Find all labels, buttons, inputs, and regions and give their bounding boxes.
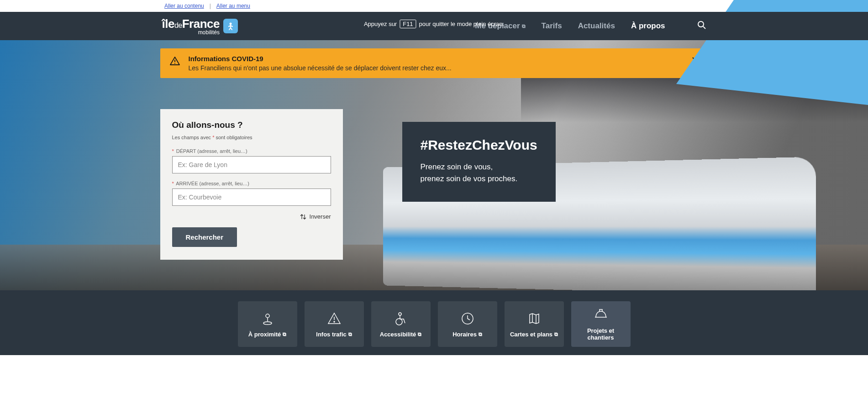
svg-point-4 [174,63,175,64]
depart-input[interactable] [172,156,331,173]
search-icon [697,21,706,30]
search-submit-button[interactable]: Rechercher [172,227,237,247]
logo[interactable]: îledeFrance mobilités [162,17,238,36]
tile-proximite[interactable]: À proximité⧉ [238,301,297,347]
location-pin-icon [260,311,275,326]
hero-message-sub: Prenez soin de vous, prenez soin de vos … [421,161,537,184]
quick-access-section: À proximité⧉ Infos trafic⧉ Accessibilité… [0,290,868,355]
tile-projets-chantiers[interactable]: Projets et chantiers [571,301,631,347]
tile-label: À proximité [248,331,281,338]
external-link-icon: ⧉ [479,331,482,337]
tile-infos-trafic[interactable]: Infos trafic⧉ [305,301,364,347]
warning-icon [169,56,180,68]
inverse-label: Inverser [310,213,331,220]
hero-msg-line2: prenez soin de vos proches. [421,173,537,185]
alert-body: Informations COVID-19 Les Franciliens qu… [189,55,683,72]
tile-label: Horaires [452,331,477,338]
nav-actualites[interactable]: Actualités [578,21,615,31]
skip-to-menu[interactable]: Aller au menu [216,3,250,9]
arrivee-label: * ARRIVÉE (adresse, arrêt, lieu…) [172,181,331,186]
fullscreen-notice: Appuyez sur F11 pour quitter le mode ple… [364,20,504,28]
search-title: Où allons-nous ? [172,120,331,130]
journey-search-panel: Où allons-nous ? Les champs avec * sont … [160,109,343,260]
depart-label: * DÉPART (adresse, arrêt, lieu…) [172,148,331,154]
tile-label: Accessibilité [380,331,416,338]
req-post: sont obligatoires [214,135,252,140]
covid-alert[interactable]: Informations COVID-19 Les Franciliens qu… [160,48,708,78]
fullscreen-key: F11 [400,20,416,28]
required-note: Les champs avec * sont obligatoires [172,135,331,140]
hardhat-icon [593,307,609,323]
warning-icon [326,311,342,326]
inverse-button[interactable]: Inverser [172,213,331,220]
skip-to-content[interactable]: Aller au contenu [164,3,204,9]
main-nav: Me déplacer ⧉ Tarifs Actualités À propos [475,21,706,31]
external-link-icon: ⧉ [522,23,526,29]
req-pre: Les champs avec [172,135,213,140]
separator: | [210,3,211,9]
nav-tarifs[interactable]: Tarifs [542,21,562,31]
tile-label: Projets et chantiers [575,327,627,341]
search-button[interactable] [697,21,706,31]
map-icon [526,311,542,326]
svg-point-9 [399,313,401,315]
tile-horaires[interactable]: Horaires⧉ [438,301,497,347]
swap-icon [300,214,307,220]
logo-badge-icon [223,19,238,33]
hero-msg-line1: Prenez soin de vous, [421,161,537,173]
svg-point-5 [266,314,269,318]
clock-icon [460,311,475,326]
external-link-icon: ⧉ [554,331,558,337]
logo-text: îledeFrance [162,17,220,31]
tile-label: Cartes et plans [510,331,552,338]
svg-point-8 [334,321,335,322]
arrivee-label-text: ARRIVÉE (adresse, arrêt, lieu…) [176,181,249,186]
external-link-icon: ⧉ [348,331,352,337]
svg-point-10 [396,319,402,325]
fullscreen-post: pour quitter le mode plein écran. [419,21,504,27]
external-link-icon: ⧉ [283,331,286,337]
nav-a-propos[interactable]: À propos [631,21,665,31]
depart-label-text: DÉPART (adresse, arrêt, lieu…) [176,148,247,154]
tile-cartes-plans[interactable]: Cartes et plans⧉ [505,301,564,347]
svg-line-2 [703,26,705,29]
external-link-icon: ⧉ [418,331,421,337]
alert-text: Les Franciliens qui n'ont pas une absolu… [189,64,683,72]
tile-accessibilite[interactable]: Accessibilité⧉ [371,301,431,347]
alert-title: Informations COVID-19 [189,55,683,63]
svg-point-0 [229,23,231,25]
hero-message-title: #RestezChezVous [421,137,537,153]
hero-message: #RestezChezVous Prenez soin de vous, pre… [402,122,556,202]
svg-point-6 [263,322,272,325]
arrivee-input[interactable] [172,189,331,206]
tile-label: Infos trafic [316,331,346,338]
svg-point-1 [698,21,704,27]
wheelchair-icon [393,311,409,326]
fullscreen-pre: Appuyez sur [364,21,397,27]
